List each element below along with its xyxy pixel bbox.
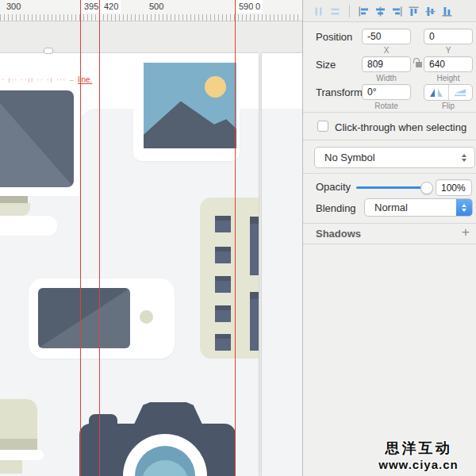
blending-dropdown[interactable]: Normal — [364, 198, 473, 217]
flip-sublabel: Flip — [424, 102, 473, 110]
click-through-checkbox[interactable] — [317, 121, 328, 132]
opacity-slider-track[interactable] — [356, 186, 424, 189]
building-window — [215, 247, 231, 263]
printer-paper — [0, 460, 22, 474]
artboard[interactable] — [0, 53, 259, 476]
section-divider — [303, 223, 476, 224]
size-label: Size — [316, 59, 336, 71]
horizontal-ruler[interactable]: 3003954205005900 — [0, 0, 302, 21]
section-divider — [303, 173, 476, 174]
chevron-up-down-icon — [456, 199, 472, 216]
ruler-label: 420 — [102, 0, 121, 13]
watermark-line1: 思洋互动 — [361, 439, 476, 458]
symbol-value: No Symbol — [324, 152, 375, 163]
blending-label: Blending — [316, 202, 356, 214]
rotate-field[interactable] — [362, 84, 411, 100]
printer-body — [0, 399, 37, 439]
distribute-horizontally-icon[interactable] — [313, 6, 324, 16]
building-window-tall — [250, 217, 259, 275]
guide-line[interactable] — [99, 0, 100, 476]
height-sublabel: Height — [424, 74, 473, 83]
add-shadow-button[interactable]: + — [462, 225, 470, 240]
align-top-icon[interactable] — [409, 6, 419, 16]
flip-horizontal-button[interactable] — [424, 85, 449, 100]
opacity-slider-knob[interactable] — [420, 182, 433, 194]
flip-control — [424, 84, 473, 101]
building-window — [215, 216, 231, 232]
illustration-background — [262, 109, 302, 476]
rotate-sublabel: Rotate — [362, 102, 411, 110]
inspector-panel: Position X Y Size Width Height Transform… — [302, 0, 476, 476]
chevron-up-down-icon — [462, 154, 466, 162]
framed-photo-illustration[interactable] — [133, 53, 240, 161]
canvas-area[interactable]: · ı·· ··ıı ·· ·ı ··· –line. 300395420500… — [0, 0, 302, 476]
flip-vertical-button[interactable] — [449, 85, 473, 100]
camera-hump — [133, 402, 203, 426]
align-right-icon[interactable] — [392, 6, 402, 16]
align-vertical-center-icon[interactable] — [425, 6, 436, 16]
ruler-label: 300 — [6, 2, 21, 12]
ruler-ticks — [0, 14, 300, 21]
position-x-field[interactable] — [362, 29, 411, 44]
monitor-stand — [0, 196, 28, 203]
ruler-label: 500 — [149, 2, 163, 12]
align-left-icon[interactable] — [359, 6, 369, 16]
blending-value: Normal — [365, 202, 408, 213]
guide-line[interactable] — [80, 0, 81, 476]
building-window-tall — [250, 292, 259, 351]
photo — [144, 63, 236, 148]
smartphone-illustration[interactable] — [29, 278, 175, 359]
monitor-stand — [0, 203, 30, 216]
distribute-vertically-icon[interactable] — [330, 6, 340, 16]
transform-label: Transform — [316, 86, 363, 98]
artboard-2[interactable] — [262, 53, 302, 476]
building-window — [215, 334, 231, 351]
monitor-screen — [0, 90, 74, 187]
width-sublabel: Width — [362, 74, 411, 83]
align-bottom-icon[interactable] — [442, 6, 452, 16]
monitor-stand-base — [0, 216, 57, 236]
opacity-field[interactable] — [436, 179, 472, 196]
building-window — [215, 276, 231, 293]
ruler-label: 395 — [82, 0, 101, 13]
width-field[interactable] — [362, 56, 411, 72]
symbol-dropdown[interactable]: No Symbol — [314, 147, 475, 168]
align-horizontal-center-icon[interactable] — [375, 6, 386, 16]
position-label: Position — [316, 31, 352, 43]
red-note-faint-text: · ı·· ··ıı ·· ·ı ··· – — [2, 75, 75, 84]
unlocked-padlock-icon[interactable] — [416, 62, 422, 67]
click-through-label: Click-through when selecting — [335, 121, 466, 133]
guide-line[interactable] — [235, 0, 236, 476]
canvas-red-note: · ı·· ··ıı ·· ·ı ··· –line. — [2, 75, 92, 84]
x-sublabel: X — [362, 46, 411, 55]
watermark: 思洋互动 www.ciya.cn — [361, 439, 476, 471]
toolbar-separator — [349, 5, 350, 17]
ruler-label: 0 — [253, 0, 263, 13]
printer-band — [0, 439, 37, 450]
artboard-resize-handle[interactable] — [44, 48, 53, 54]
section-divider — [303, 112, 476, 113]
watermark-line2: www.ciya.cn — [361, 458, 476, 471]
building-illustration[interactable] — [200, 198, 259, 359]
opacity-label: Opacity — [316, 181, 351, 193]
shadows-section-header: Shadows — [316, 228, 361, 240]
position-y-field[interactable] — [424, 29, 473, 44]
section-divider — [303, 140, 476, 140]
section-divider — [303, 244, 476, 244]
alignment-toolbar — [303, 0, 476, 22]
sun-icon — [205, 76, 226, 98]
y-sublabel: Y — [424, 46, 473, 55]
building-window — [215, 305, 231, 322]
printer-tray — [0, 450, 44, 460]
height-field[interactable] — [424, 56, 473, 72]
phone-screen — [38, 288, 130, 348]
phone-home-button — [140, 310, 153, 324]
mountains-icon — [144, 63, 236, 148]
